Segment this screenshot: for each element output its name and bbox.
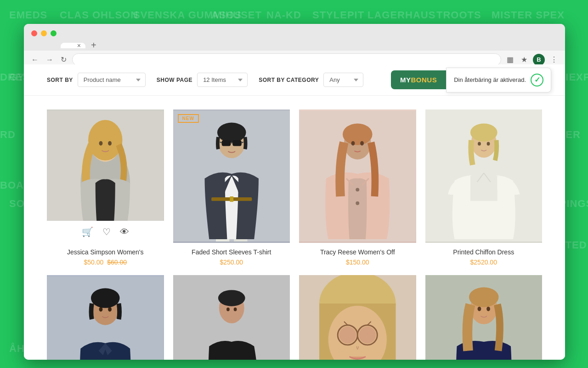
product-image-wrap-6 [173, 275, 290, 360]
address-bar[interactable] [72, 53, 501, 66]
product-image-wrap-8: SUPERSPECIAL [425, 275, 543, 360]
product-badge-new-2: NEW [178, 114, 199, 123]
svg-rect-10 [230, 196, 233, 202]
product-image-wrap-1: 🛒 ♡ 👁 [47, 109, 164, 243]
show-page-label: SHOW PAGE [157, 77, 192, 83]
product-card-1: 🛒 ♡ 👁 Jessica Simpson Women's $50.00 $60… [42, 105, 169, 270]
mybonus-text: Din återbäring är aktiverad. [454, 76, 526, 83]
product-card-3: Tracy Reese Women's Off $150.00 [294, 105, 421, 270]
svg-point-22 [343, 123, 373, 145]
svg-point-3 [88, 120, 122, 161]
product-actions-1: 🛒 ♡ 👁 [47, 221, 164, 243]
product-image-2 [173, 109, 290, 243]
product-image-wrap-4 [425, 109, 543, 243]
product-card-5 [42, 270, 169, 360]
svg-point-54 [469, 288, 498, 307]
svg-point-19 [356, 188, 359, 191]
refresh-button[interactable]: ↻ [59, 53, 68, 66]
svg-point-24 [360, 141, 364, 146]
browser-chrome: × + ← → ↻ ▦ ★ B ⋮ [24, 24, 565, 64]
svg-point-4 [99, 141, 103, 146]
product-image-7 [299, 275, 416, 360]
svg-point-5 [108, 141, 112, 146]
product-price-1: $50.00 $60.00 [47, 259, 164, 266]
product-grid: 🛒 ♡ 👁 Jessica Simpson Women's $50.00 $60… [24, 96, 565, 360]
svg-point-28 [478, 142, 481, 146]
profile-icon[interactable]: B [533, 54, 545, 66]
toolbar-icons: ▦ ★ B ⋮ [505, 53, 560, 66]
browser-window: × + ← → ↻ ▦ ★ B ⋮ SORT BY Product name [24, 24, 565, 360]
mybonus-message: Din återbäring är aktiverad. ✓ [446, 68, 551, 92]
svg-point-20 [356, 201, 359, 205]
sort-by-label: SORT BY [47, 77, 73, 83]
product-sale-price-4: $2520.00 [470, 259, 497, 266]
svg-point-39 [233, 308, 237, 311]
svg-point-29 [486, 142, 490, 146]
product-name-2: Faded Short Sleeves T-shirt [173, 248, 290, 256]
bookmark-icon[interactable]: ★ [519, 53, 529, 66]
wishlist-button-1[interactable]: ♡ [102, 226, 111, 237]
show-page-select[interactable]: 12 Items 24 Items 48 Items [197, 73, 248, 87]
mybonus-check-icon: ✓ [531, 74, 543, 86]
window-close-dot[interactable] [31, 30, 37, 36]
svg-rect-14 [232, 140, 242, 146]
product-card-4: Printed Chiffon Dress $2520.00 [421, 105, 547, 270]
sort-by-group: SORT BY Product name Price: Low to High … [47, 73, 146, 87]
category-select[interactable]: Any Men Women Kids [323, 73, 363, 87]
product-image-6 [173, 275, 290, 360]
browser-tab-bar: × + [24, 40, 565, 51]
svg-point-47 [359, 327, 376, 344]
add-to-cart-button-1[interactable]: 🛒 [82, 226, 93, 237]
product-image-wrap-2: NEW [173, 109, 290, 243]
svg-point-38 [226, 308, 229, 311]
svg-point-12 [217, 123, 246, 143]
svg-point-34 [108, 307, 112, 312]
category-label: SORT BY CATEGORY [259, 77, 319, 83]
cast-icon[interactable]: ▦ [505, 53, 515, 66]
product-image-3 [299, 109, 416, 243]
quick-view-button-1[interactable]: 👁 [120, 226, 129, 237]
svg-point-32 [91, 288, 120, 308]
new-tab-button[interactable]: + [87, 40, 100, 51]
sort-by-select[interactable]: Product name Price: Low to High Price: H… [78, 73, 146, 87]
svg-point-23 [351, 141, 355, 146]
svg-rect-13 [221, 140, 231, 146]
mybonus-notification: MYBONUS Din återbäring är aktiverad. ✓ [391, 68, 551, 92]
product-image-8: SUPERSPECIAL [425, 275, 543, 360]
product-original-price-1: $60.00 [107, 259, 127, 266]
mybonus-badge: MYBONUS [391, 70, 446, 89]
category-group: SORT BY CATEGORY Any Men Women Kids [259, 73, 363, 87]
menu-icon[interactable]: ⋮ [548, 53, 560, 66]
product-image-wrap-5 [47, 275, 164, 360]
product-card-8: SUPERSPECIAL [421, 270, 547, 360]
browser-titlebar [24, 24, 565, 40]
svg-point-27 [470, 123, 497, 141]
browser-tab-active[interactable]: × [61, 43, 85, 48]
product-price-3: $150.00 [299, 259, 416, 266]
show-page-group: SHOW PAGE 12 Items 24 Items 48 Items [157, 73, 248, 87]
product-image-4 [425, 109, 543, 243]
product-name-3: Tracy Reese Women's Off [299, 248, 416, 256]
product-card-2: NEW Faded Short Sleeves T-shirt $250.00 [169, 105, 295, 270]
product-price-4: $2520.00 [425, 259, 543, 266]
product-card-7 [294, 270, 421, 360]
product-sale-price-1: $50.00 [84, 259, 103, 266]
product-image-5 [47, 275, 164, 360]
window-maximize-dot[interactable] [51, 30, 57, 36]
svg-point-37 [218, 290, 245, 306]
product-image-wrap-3 [299, 109, 416, 243]
svg-point-45 [339, 327, 356, 344]
product-name-4: Printed Chiffon Dress [425, 248, 543, 256]
page-content: SORT BY Product name Price: Low to High … [24, 64, 565, 360]
back-button[interactable]: ← [29, 54, 40, 66]
tab-close-button[interactable]: × [77, 42, 81, 49]
product-image-wrap-7 [299, 275, 416, 360]
filter-bar: SORT BY Product name Price: Low to High … [24, 64, 565, 96]
svg-point-56 [486, 307, 490, 311]
svg-point-55 [477, 307, 481, 311]
product-sale-price-3: $150.00 [346, 259, 369, 266]
product-sale-price-2: $250.00 [220, 259, 243, 266]
forward-button[interactable]: → [44, 54, 55, 66]
product-name-1: Jessica Simpson Women's [47, 248, 164, 256]
window-minimize-dot[interactable] [41, 30, 47, 36]
